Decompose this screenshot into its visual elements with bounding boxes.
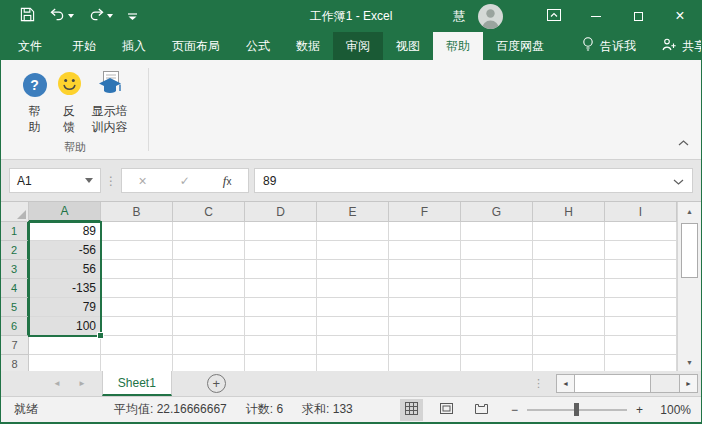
cell-E1[interactable]: [317, 222, 389, 241]
zoom-in-icon[interactable]: +: [636, 403, 643, 417]
tab-help[interactable]: 帮助: [433, 32, 483, 60]
column-header-A[interactable]: A: [29, 202, 101, 222]
tab-review[interactable]: 审阅: [333, 32, 383, 60]
cell-H1[interactable]: [533, 222, 605, 241]
cell-H6[interactable]: [533, 317, 605, 336]
cell-B8[interactable]: [101, 355, 173, 371]
help-button[interactable]: ? 帮 助: [20, 65, 50, 135]
scroll-left-icon[interactable]: ◄: [556, 374, 575, 393]
cell-C6[interactable]: [173, 317, 245, 336]
cell-E3[interactable]: [317, 260, 389, 279]
cell-I2[interactable]: [605, 241, 677, 260]
tab-tell-me[interactable]: 告诉我: [569, 32, 649, 60]
feedback-button[interactable]: 反 馈: [54, 65, 85, 135]
page-layout-view-button[interactable]: [435, 399, 458, 421]
cell-B7[interactable]: [101, 336, 173, 355]
minimize-button[interactable]: [575, 0, 617, 32]
cell-F5[interactable]: [389, 298, 461, 317]
cell-D2[interactable]: [245, 241, 317, 260]
cell-H5[interactable]: [533, 298, 605, 317]
cell-I3[interactable]: [605, 260, 677, 279]
row-header-1[interactable]: 1: [1, 222, 29, 241]
cell-B2[interactable]: [101, 241, 173, 260]
cell-C3[interactable]: [173, 260, 245, 279]
formula-bar-splitter[interactable]: ⋮: [101, 174, 121, 188]
cell-A1[interactable]: 89: [29, 222, 101, 241]
column-header-B[interactable]: B: [101, 202, 173, 222]
name-box[interactable]: A1: [9, 168, 101, 193]
tab-baidu-netdisk[interactable]: 百度网盘: [483, 32, 557, 60]
tab-insert[interactable]: 插入: [109, 32, 159, 60]
share-button[interactable]: 共享: [649, 32, 702, 60]
horizontal-scrollbar-track[interactable]: [651, 374, 679, 393]
horizontal-scrollbar[interactable]: ⋮ ◄ ►: [533, 374, 698, 393]
cell-G5[interactable]: [461, 298, 533, 317]
row-header-2[interactable]: 2: [1, 241, 29, 260]
cell-C1[interactable]: [173, 222, 245, 241]
cancel-icon[interactable]: ×: [139, 174, 147, 188]
show-training-button[interactable]: 显示培 训内容: [89, 65, 131, 135]
cell-G1[interactable]: [461, 222, 533, 241]
row-header-4[interactable]: 4: [1, 279, 29, 298]
cell-A7[interactable]: [29, 336, 101, 355]
cell-F8[interactable]: [389, 355, 461, 371]
collapse-ribbon-button[interactable]: [678, 132, 689, 150]
cell-H2[interactable]: [533, 241, 605, 260]
cell-D8[interactable]: [245, 355, 317, 371]
cell-I6[interactable]: [605, 317, 677, 336]
row-header-3[interactable]: 3: [1, 260, 29, 279]
cell-A8[interactable]: [29, 355, 101, 371]
cell-B6[interactable]: [101, 317, 173, 336]
cell-D4[interactable]: [245, 279, 317, 298]
column-header-G[interactable]: G: [461, 202, 533, 222]
enter-icon[interactable]: ✓: [180, 175, 190, 187]
zoom-level[interactable]: 100%: [655, 403, 691, 417]
sheet-tab-sheet1[interactable]: Sheet1: [102, 371, 172, 396]
tab-view[interactable]: 视图: [383, 32, 433, 60]
sheet-nav-left-icon[interactable]: ◄: [53, 379, 61, 388]
cell-G6[interactable]: [461, 317, 533, 336]
zoom-out-icon[interactable]: −: [511, 403, 518, 417]
row-header-8[interactable]: 8: [1, 355, 29, 371]
tab-split-handle[interactable]: ⋮: [533, 377, 544, 390]
cell-I8[interactable]: [605, 355, 677, 371]
formula-input[interactable]: 89: [254, 168, 693, 193]
vertical-scrollbar[interactable]: ▲ ▼: [677, 202, 701, 371]
cell-A6[interactable]: 100: [29, 317, 101, 336]
cell-I7[interactable]: [605, 336, 677, 355]
cell-H3[interactable]: [533, 260, 605, 279]
cell-C7[interactable]: [173, 336, 245, 355]
tab-formulas[interactable]: 公式: [233, 32, 283, 60]
avatar[interactable]: [478, 4, 503, 29]
tab-data[interactable]: 数据: [283, 32, 333, 60]
tab-file[interactable]: 文件: [1, 32, 59, 60]
undo-button[interactable]: [50, 7, 74, 25]
tab-home[interactable]: 开始: [59, 32, 109, 60]
cell-A5[interactable]: 79: [29, 298, 101, 317]
cell-E2[interactable]: [317, 241, 389, 260]
cell-H4[interactable]: [533, 279, 605, 298]
cell-F3[interactable]: [389, 260, 461, 279]
cell-G3[interactable]: [461, 260, 533, 279]
select-all-corner[interactable]: [1, 202, 29, 222]
cell-F4[interactable]: [389, 279, 461, 298]
cell-H8[interactable]: [533, 355, 605, 371]
add-sheet-button[interactable]: +: [207, 374, 226, 393]
scroll-up-icon[interactable]: ▲: [678, 202, 701, 220]
column-header-F[interactable]: F: [389, 202, 461, 222]
redo-dropdown-icon[interactable]: [107, 14, 113, 18]
cell-G4[interactable]: [461, 279, 533, 298]
cell-D5[interactable]: [245, 298, 317, 317]
cell-C4[interactable]: [173, 279, 245, 298]
cell-G8[interactable]: [461, 355, 533, 371]
row-header-6[interactable]: 6: [1, 317, 29, 336]
cell-B3[interactable]: [101, 260, 173, 279]
cell-A3[interactable]: 56: [29, 260, 101, 279]
normal-view-button[interactable]: [400, 399, 423, 421]
user-name[interactable]: 慧: [453, 8, 465, 25]
zoom-slider[interactable]: [527, 409, 627, 411]
cell-H7[interactable]: [533, 336, 605, 355]
column-header-C[interactable]: C: [173, 202, 245, 222]
expand-formula-bar-icon[interactable]: [673, 174, 684, 188]
cell-E4[interactable]: [317, 279, 389, 298]
